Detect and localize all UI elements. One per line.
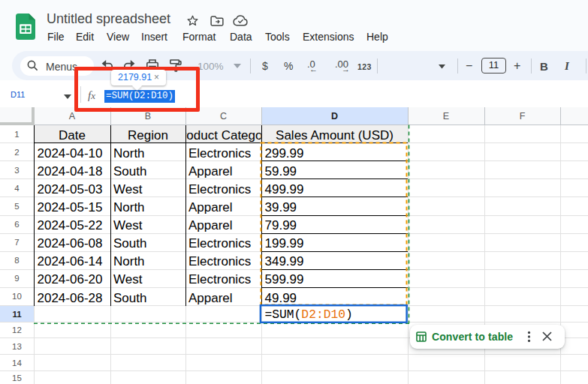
svg-text:11: 11 — [12, 310, 22, 319]
svg-text:South: South — [113, 164, 146, 178]
svg-text:2024-04-10: 2024-04-10 — [38, 146, 103, 160]
svg-text:=SUM(D2:D10): =SUM(D2:D10) — [265, 308, 353, 322]
svg-text:3: 3 — [14, 166, 19, 175]
svg-text:Electronics: Electronics — [188, 272, 251, 286]
svg-text:59.99: 59.99 — [265, 164, 297, 178]
svg-text:2024-04-18: 2024-04-18 — [38, 164, 103, 178]
svg-text:Electronics: Electronics — [188, 236, 251, 250]
svg-text:2024-06-14: 2024-06-14 — [38, 254, 103, 268]
svg-text:C: C — [220, 111, 227, 122]
svg-text:4: 4 — [14, 184, 20, 193]
svg-text:14: 14 — [12, 358, 22, 368]
svg-text:349.99: 349.99 — [265, 254, 304, 268]
svg-text:299.99: 299.99 — [265, 146, 304, 160]
svg-text:8: 8 — [14, 256, 19, 265]
svg-text:Apparel: Apparel — [188, 164, 233, 178]
svg-text:A: A — [69, 111, 76, 122]
svg-text:1: 1 — [14, 130, 19, 139]
svg-text:Sales Amount (USD): Sales Amount (USD) — [276, 128, 394, 142]
svg-text:199.99: 199.99 — [265, 236, 304, 250]
svg-text:6: 6 — [14, 220, 19, 229]
svg-text:13: 13 — [12, 342, 22, 351]
svg-text:2024-06-20: 2024-06-20 — [38, 272, 103, 286]
svg-text:D: D — [331, 111, 338, 122]
svg-text:499.99: 499.99 — [265, 182, 304, 196]
svg-text:Electronics: Electronics — [188, 146, 251, 160]
svg-text:Apparel: Apparel — [188, 200, 233, 214]
svg-text:Apparel: Apparel — [188, 291, 233, 305]
svg-text:West: West — [113, 218, 143, 232]
svg-text:79.99: 79.99 — [265, 218, 297, 232]
svg-text:15: 15 — [12, 374, 22, 382]
svg-text:Electronics: Electronics — [188, 182, 251, 196]
svg-text:2024-05-03: 2024-05-03 — [38, 182, 103, 196]
svg-text:B: B — [145, 111, 151, 122]
svg-text:12: 12 — [12, 326, 22, 334]
svg-text:5: 5 — [14, 202, 19, 211]
svg-text:Region: Region — [128, 128, 168, 142]
svg-text:West: West — [113, 182, 143, 196]
svg-text:Apparel: Apparel — [188, 218, 233, 232]
svg-text:39.99: 39.99 — [265, 200, 297, 214]
svg-text:North: North — [113, 146, 145, 160]
svg-text:2024-05-22: 2024-05-22 — [38, 218, 103, 232]
svg-text:North: North — [113, 254, 145, 268]
svg-text:North: North — [113, 200, 145, 214]
svg-text:Date: Date — [59, 128, 86, 142]
svg-text:7: 7 — [14, 238, 19, 247]
svg-text:599.99: 599.99 — [265, 272, 304, 286]
svg-text:2: 2 — [14, 148, 19, 157]
svg-text:E: E — [443, 111, 449, 122]
svg-text:49.99: 49.99 — [265, 291, 297, 305]
svg-text:South: South — [113, 236, 146, 250]
svg-text:9: 9 — [14, 274, 19, 283]
svg-text:2024-06-08: 2024-06-08 — [38, 236, 103, 250]
svg-text:Electronics: Electronics — [188, 254, 251, 268]
svg-text:South: South — [113, 291, 146, 305]
svg-text:2024-06-28: 2024-06-28 — [38, 291, 103, 305]
svg-text:10: 10 — [12, 292, 22, 301]
svg-text:West: West — [113, 272, 143, 286]
svg-text:F: F — [520, 111, 526, 122]
svg-text:Product Category: Product Category — [173, 128, 273, 142]
svg-text:2024-05-15: 2024-05-15 — [38, 200, 103, 214]
